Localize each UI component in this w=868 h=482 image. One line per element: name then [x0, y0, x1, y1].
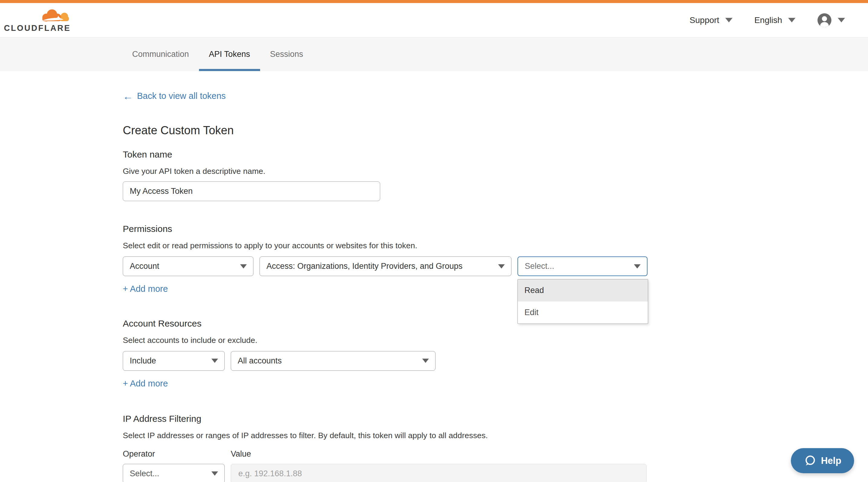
token-name-section: Token name Give your API token a descrip…: [123, 149, 868, 201]
permission-scope-value: Account: [130, 262, 159, 271]
tab-sessions[interactable]: Sessions: [260, 37, 313, 71]
page-title: Create Custom Token: [123, 124, 868, 137]
chevron-down-icon: [498, 264, 505, 268]
ip-filtering-description: Select IP addresses or ranges of IP addr…: [123, 431, 868, 441]
ip-filtering-heading: IP Address Filtering: [123, 413, 868, 424]
app-header: CLOUDFLARE Support English: [0, 3, 868, 37]
cloudflare-logo[interactable]: CLOUDFLARE: [7, 8, 71, 32]
chat-bubble-icon: [804, 454, 816, 467]
support-menu-label: Support: [689, 15, 719, 25]
add-resource-link[interactable]: + Add more: [123, 379, 168, 389]
account-menu[interactable]: [817, 13, 845, 28]
cloudflare-cloud-icon: [39, 8, 71, 24]
tab-label: API Tokens: [209, 50, 250, 59]
left-arrow-icon: ←: [123, 91, 133, 101]
account-resources-section: Account Resources Select accounts to inc…: [123, 318, 868, 389]
language-menu[interactable]: English: [754, 15, 796, 25]
resource-mode-select[interactable]: Include: [123, 351, 225, 371]
resource-accounts-value: All accounts: [238, 356, 282, 365]
chevron-down-icon: [422, 359, 429, 363]
tab-communication[interactable]: Communication: [122, 37, 199, 71]
resource-accounts-select[interactable]: All accounts: [231, 351, 435, 371]
brand-accent-bar: [0, 0, 868, 3]
permission-access-menu: Read Edit: [518, 279, 648, 324]
ip-filtering-section: IP Address Filtering Select IP addresses…: [123, 413, 868, 482]
chevron-down-icon: [725, 18, 733, 22]
profile-tabbar: Communication API Tokens Sessions: [0, 37, 868, 71]
permission-group-select[interactable]: Access: Organizations, Identity Provider…: [259, 256, 512, 276]
menu-item-read[interactable]: Read: [518, 280, 648, 301]
permission-group-value: Access: Organizations, Identity Provider…: [267, 262, 462, 271]
account-resources-description: Select accounts to include or exclude.: [123, 335, 868, 345]
permissions-section: Permissions Select edit or read permissi…: [123, 223, 868, 294]
resource-mode-value: Include: [130, 356, 156, 365]
chevron-down-icon: [634, 264, 641, 268]
account-resources-heading: Account Resources: [123, 318, 868, 329]
permission-scope-select[interactable]: Account: [123, 256, 253, 276]
ip-value-input[interactable]: [231, 464, 647, 482]
token-name-input[interactable]: [123, 182, 380, 201]
operator-label: Operator: [123, 449, 231, 459]
language-menu-label: English: [754, 15, 782, 25]
avatar-icon: [817, 13, 832, 28]
permissions-description: Select edit or read permissions to apply…: [123, 241, 868, 251]
chevron-down-icon: [211, 472, 218, 476]
header-actions: Support English: [689, 13, 845, 28]
value-label: Value: [231, 449, 251, 459]
cloudflare-wordmark: CLOUDFLARE: [4, 24, 71, 32]
menu-item-edit[interactable]: Edit: [518, 301, 648, 324]
chevron-down-icon: [240, 264, 247, 268]
ip-operator-select[interactable]: Select...: [123, 464, 225, 482]
chevron-down-icon: [211, 359, 218, 363]
back-to-tokens-link[interactable]: ← Back to view all tokens: [123, 91, 226, 101]
chevron-down-icon: [838, 18, 845, 22]
tab-api-tokens[interactable]: API Tokens: [199, 37, 260, 71]
permissions-heading: Permissions: [123, 223, 868, 234]
add-permission-link[interactable]: + Add more: [123, 284, 168, 294]
permission-access-placeholder: Select...: [525, 262, 554, 271]
ip-filtering-labels: Operator Value: [123, 449, 868, 459]
support-menu[interactable]: Support: [689, 15, 733, 25]
chevron-down-icon: [788, 18, 796, 22]
permission-access-select[interactable]: Select... Read Edit: [518, 256, 648, 276]
token-name-description: Give your API token a descriptive name.: [123, 167, 868, 176]
tab-label: Sessions: [270, 50, 303, 59]
back-link-label: Back to view all tokens: [137, 91, 226, 101]
tab-label: Communication: [132, 50, 189, 59]
token-name-heading: Token name: [123, 149, 868, 160]
ip-filtering-controls: Select...: [123, 464, 868, 482]
account-resources-row: Include All accounts: [123, 351, 868, 371]
ip-operator-placeholder: Select...: [130, 469, 159, 478]
create-token-form: ← Back to view all tokens Create Custom …: [0, 71, 868, 482]
help-button-label: Help: [821, 455, 841, 466]
permissions-row: Account Access: Organizations, Identity …: [123, 256, 868, 276]
help-button[interactable]: Help: [791, 448, 854, 473]
